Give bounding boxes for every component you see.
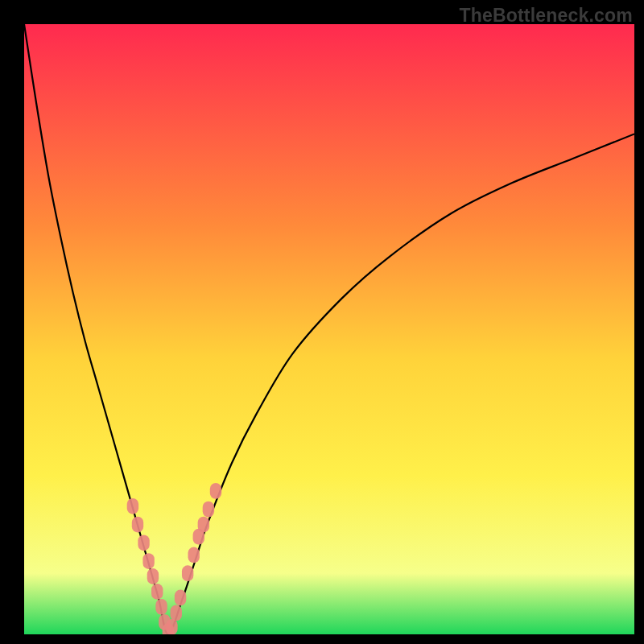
marker-bead: [142, 553, 154, 569]
marker-bead: [175, 590, 186, 606]
marker-bead: [132, 517, 143, 533]
marker-bead: [127, 498, 138, 514]
marker-bead: [188, 547, 200, 564]
marker-bead: [203, 502, 214, 518]
marker-bead: [166, 619, 177, 634]
chart-frame: TheBottleneck.com: [0, 0, 644, 644]
marker-beads: [127, 483, 221, 634]
curve-layer: [24, 24, 634, 634]
marker-bead: [155, 599, 167, 615]
marker-bead: [171, 605, 182, 621]
marker-bead: [151, 584, 163, 600]
marker-bead: [147, 568, 159, 584]
marker-bead: [138, 535, 149, 551]
bottleneck-curve: [24, 24, 634, 634]
marker-bead: [198, 517, 209, 533]
plot-area: [24, 24, 634, 634]
marker-bead: [210, 483, 221, 499]
watermark-text: TheBottleneck.com: [459, 5, 633, 27]
marker-bead: [182, 565, 193, 581]
